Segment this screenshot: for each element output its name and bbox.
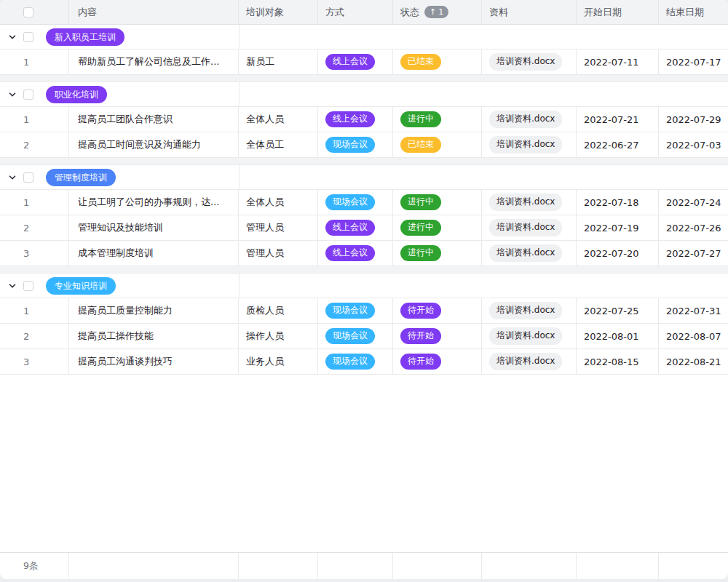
file-cell[interactable]: 培训资料.docx — [482, 215, 577, 240]
status-cell[interactable]: 待开始 — [393, 349, 482, 374]
file-cell[interactable]: 培训资料.docx — [482, 298, 577, 323]
file-chip[interactable]: 培训资料.docx — [489, 53, 562, 70]
end-date-cell[interactable]: 2022-07-29 — [659, 107, 728, 132]
method-cell[interactable]: 线上会议 — [318, 107, 393, 132]
method-cell[interactable]: 现场会议 — [318, 324, 393, 348]
start-date-cell[interactable]: 2022-06-27 — [577, 132, 659, 157]
start-date-cell[interactable]: 2022-07-20 — [577, 241, 659, 266]
method-cell[interactable]: 现场会议 — [318, 298, 393, 323]
content-cell[interactable]: 成本管理制度培训 — [69, 241, 239, 266]
group-checkbox[interactable] — [23, 32, 33, 42]
content-cell[interactable]: 提高员工质量控制能力 — [69, 298, 239, 323]
table-row[interactable]: 1 帮助新员工了解公司信息及工作... 新员工 线上会议 已结束 培训资料.do… — [0, 49, 728, 75]
file-cell[interactable]: 培训资料.docx — [482, 107, 577, 132]
file-cell[interactable]: 培训资料.docx — [482, 241, 577, 266]
file-cell[interactable]: 培训资料.docx — [482, 190, 577, 215]
target-cell[interactable]: 质检人员 — [239, 298, 318, 323]
column-header-content[interactable]: 内容 — [69, 0, 239, 24]
file-chip[interactable]: 培训资料.docx — [489, 219, 562, 236]
content-cell[interactable]: 提高员工时间意识及沟通能力 — [69, 132, 239, 157]
column-header-status[interactable]: 状态 ↑ 1 — [393, 0, 482, 24]
method-cell[interactable]: 线上会议 — [318, 215, 393, 240]
file-cell[interactable]: 培训资料.docx — [482, 132, 577, 157]
start-date-cell[interactable]: 2022-07-25 — [577, 298, 659, 323]
end-date-cell[interactable]: 2022-08-07 — [659, 324, 728, 348]
target-cell[interactable]: 管理人员 — [239, 215, 318, 240]
table-row[interactable]: 1 提高员工质量控制能力 质检人员 现场会议 待开始 培训资料.docx 202… — [0, 298, 728, 324]
content-cell[interactable]: 提高员工团队合作意识 — [69, 107, 239, 132]
column-header-start-date[interactable]: 开始日期 — [577, 0, 659, 24]
method-cell[interactable]: 线上会议 — [318, 241, 393, 266]
start-date-cell[interactable]: 2022-08-15 — [577, 349, 659, 374]
target-cell[interactable]: 管理人员 — [239, 241, 318, 266]
group-pill[interactable]: 管理制度培训 — [46, 169, 116, 186]
group-header-row[interactable]: 专业知识培训 — [0, 274, 728, 298]
table-row[interactable]: 1 让员工明了公司的办事规则，达... 全体人员 现场会议 进行中 培训资料.d… — [0, 190, 728, 215]
chevron-down-icon[interactable] — [7, 281, 17, 291]
table-row[interactable]: 3 提高员工沟通谈判技巧 业务人员 现场会议 待开始 培训资料.docx 202… — [0, 349, 728, 375]
column-header-end-date[interactable]: 结束日期 — [659, 0, 728, 24]
end-date-cell[interactable]: 2022-07-24 — [659, 190, 728, 215]
status-cell[interactable]: 待开始 — [393, 324, 482, 348]
status-cell[interactable]: 进行中 — [393, 215, 482, 240]
file-cell[interactable]: 培训资料.docx — [482, 324, 577, 348]
end-date-cell[interactable]: 2022-07-03 — [659, 132, 728, 157]
sort-badge[interactable]: ↑ 1 — [424, 6, 448, 18]
method-cell[interactable]: 线上会议 — [318, 49, 393, 74]
group-header-row[interactable]: 管理制度培训 — [0, 165, 728, 190]
file-cell[interactable]: 培训资料.docx — [482, 49, 577, 74]
target-cell[interactable]: 新员工 — [239, 49, 318, 74]
table-row[interactable]: 2 管理知识及技能培训 管理人员 线上会议 进行中 培训资料.docx 2022… — [0, 215, 728, 241]
table-row[interactable]: 3 成本管理制度培训 管理人员 线上会议 进行中 培训资料.docx 2022-… — [0, 241, 728, 266]
target-cell[interactable]: 全体人员 — [239, 190, 318, 215]
status-cell[interactable]: 进行中 — [393, 190, 482, 215]
status-cell[interactable]: 已结束 — [393, 132, 482, 157]
content-cell[interactable]: 管理知识及技能培训 — [69, 215, 239, 240]
end-date-cell[interactable]: 2022-07-26 — [659, 215, 728, 240]
start-date-cell[interactable]: 2022-07-19 — [577, 215, 659, 240]
start-date-cell[interactable]: 2022-07-21 — [577, 107, 659, 132]
select-all-checkbox[interactable] — [23, 7, 33, 17]
end-date-cell[interactable]: 2022-07-17 — [659, 49, 728, 74]
end-date-cell[interactable]: 2022-07-27 — [659, 241, 728, 266]
table-row[interactable]: 2 提高员工时间意识及沟通能力 全体员工 现场会议 已结束 培训资料.docx … — [0, 132, 728, 158]
method-cell[interactable]: 现场会议 — [318, 132, 393, 157]
table-row[interactable]: 1 提高员工团队合作意识 全体人员 线上会议 进行中 培训资料.docx 202… — [0, 107, 728, 132]
target-cell[interactable]: 全体员工 — [239, 132, 318, 157]
group-header-row[interactable]: 职业化培训 — [0, 82, 728, 107]
group-checkbox[interactable] — [23, 281, 33, 291]
file-chip[interactable]: 培训资料.docx — [489, 353, 562, 370]
method-cell[interactable]: 现场会议 — [318, 190, 393, 215]
file-chip[interactable]: 培训资料.docx — [489, 302, 562, 319]
column-header-file[interactable]: 资料 — [482, 0, 577, 24]
status-cell[interactable]: 已结束 — [393, 49, 482, 74]
start-date-cell[interactable]: 2022-08-01 — [577, 324, 659, 348]
group-checkbox[interactable] — [23, 89, 33, 100]
target-cell[interactable]: 业务人员 — [239, 349, 318, 374]
file-chip[interactable]: 培训资料.docx — [489, 136, 562, 153]
content-cell[interactable]: 帮助新员工了解公司信息及工作... — [69, 49, 239, 74]
column-header-target[interactable]: 培训对象 — [239, 0, 318, 24]
start-date-cell[interactable]: 2022-07-11 — [577, 49, 659, 74]
content-cell[interactable]: 提高员工操作技能 — [69, 324, 239, 348]
file-chip[interactable]: 培训资料.docx — [489, 244, 562, 261]
end-date-cell[interactable]: 2022-07-31 — [659, 298, 728, 323]
target-cell[interactable]: 全体人员 — [239, 107, 318, 132]
file-chip[interactable]: 培训资料.docx — [489, 111, 562, 127]
start-date-cell[interactable]: 2022-07-18 — [577, 190, 659, 215]
table-row[interactable]: 2 提高员工操作技能 操作人员 现场会议 待开始 培训资料.docx 2022-… — [0, 324, 728, 349]
file-chip[interactable]: 培训资料.docx — [489, 327, 562, 344]
group-header-row[interactable]: 新入职员工培训 — [0, 25, 728, 49]
chevron-down-icon[interactable] — [7, 172, 17, 183]
chevron-down-icon[interactable] — [7, 32, 17, 42]
status-cell[interactable]: 进行中 — [393, 107, 482, 132]
method-cell[interactable]: 现场会议 — [318, 349, 393, 374]
content-cell[interactable]: 让员工明了公司的办事规则，达... — [69, 190, 239, 215]
content-cell[interactable]: 提高员工沟通谈判技巧 — [69, 349, 239, 374]
end-date-cell[interactable]: 2022-08-21 — [659, 349, 728, 374]
group-pill[interactable]: 专业知识培训 — [46, 277, 116, 295]
group-pill[interactable]: 职业化培训 — [46, 86, 107, 103]
group-pill[interactable]: 新入职员工培训 — [46, 28, 124, 46]
target-cell[interactable]: 操作人员 — [239, 324, 318, 348]
column-header-method[interactable]: 方式 — [318, 0, 393, 24]
